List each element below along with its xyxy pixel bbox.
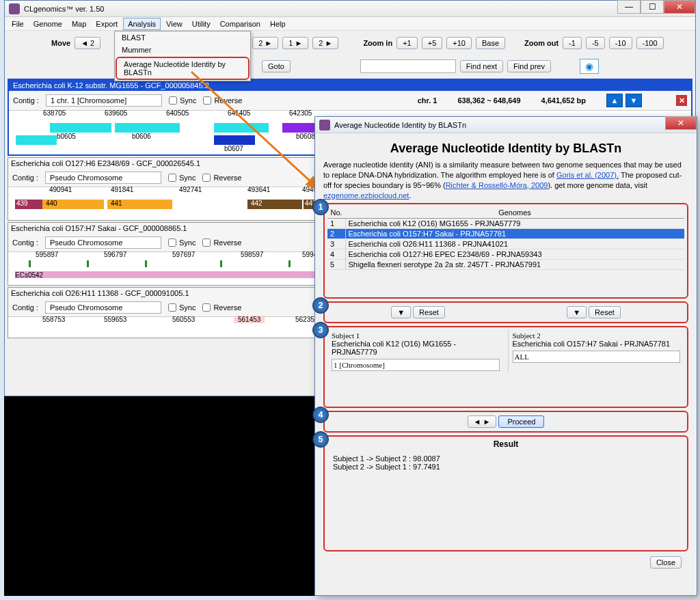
zoomin-5[interactable]: +5 [422,37,443,49]
gene-cyan-2[interactable] [50,123,111,133]
menu-comparison[interactable]: Comparison [216,18,265,29]
menu-utility[interactable]: Utility [188,18,215,29]
track-3-sync[interactable]: Sync [168,238,196,247]
result-body: Subject 1 -> Subject 2 : 98.0087 Subject… [327,449,684,538]
zoomout-10[interactable]: -10 [609,37,632,49]
dialog-title-bar: Average Nucleotide Identity by BLASTn ✕ [315,117,697,133]
screenshot-button[interactable]: ◉ [580,59,599,74]
down-2-button[interactable]: ▼ [567,306,587,318]
track-2-reverse[interactable]: Reverse [202,174,241,182]
step-2-badge: 2 [312,297,329,314]
move-btn-3[interactable]: 1 ► [282,37,308,49]
track-4-sync[interactable]: Sync [168,303,196,312]
subject-2-text: Escherichia coli O157:H7 Sakai - PRJNA57… [513,340,681,348]
proceed-button[interactable]: Proceed [498,415,544,428]
gene-cyan-3[interactable] [115,123,180,133]
subject-2-panel: Subject 2 Escherichia coli O157:H7 Sakai… [508,330,685,372]
find-prev-button[interactable]: Find prev [507,60,551,72]
find-next-button[interactable]: Find next [460,60,503,72]
gene-b0607[interactable] [214,135,255,145]
subject-2-combo[interactable]: ALL [513,351,681,363]
link-richter[interactable]: Richter & Rosselló-Móra, 2009 [446,181,548,189]
track-2-contig-combo[interactable]: Pseudo Chromosome [45,172,161,184]
track-1-contig-combo[interactable]: 1 chr. 1 [Chromosome] [46,94,162,107]
gene-cyan-4[interactable] [214,123,269,133]
track-3-reverse[interactable]: Reverse [202,238,241,247]
zoomout-5[interactable]: -5 [586,37,605,49]
down-1-button[interactable]: ▼ [391,306,411,318]
table-row: 1Escherichia coli K12 (O16) MG1655 - PRJ… [327,219,684,229]
menu-bar: File Genome Map Export Analysis View Uti… [5,17,695,31]
zoomin-1[interactable]: +1 [396,37,418,49]
step-3-badge: 3 [312,322,329,338]
reset-1-button[interactable]: Reset [413,306,445,318]
zoomout-100[interactable]: -100 [636,37,664,49]
dropdown-blast[interactable]: BLAST [115,31,250,44]
move-btn-2[interactable]: 2 ► [252,37,278,49]
analysis-dropdown: BLAST Mummer Average Nucleotide Identity… [114,31,251,81]
track-1-reverse[interactable]: Reverse [203,96,242,105]
track-4-contig-combo[interactable]: Pseudo Chromosome [45,301,161,314]
menu-file[interactable]: File [8,18,28,29]
close-button[interactable]: ✕ [664,0,695,14]
dropdown-mummer[interactable]: Mummer [115,44,250,56]
step-4-box: 4 ◄ ► Proceed [323,411,688,433]
zoomout-1[interactable]: -1 [563,37,582,49]
result-line-2: Subject 2 -> Subject 1 : 97.7491 [333,463,679,471]
dialog-close-x[interactable]: ✕ [665,116,697,130]
zoom-in-label: Zoom in [363,39,392,47]
genomes-table[interactable]: No.Genomes 1Escherichia coli K12 (O16) M… [327,207,684,270]
track-1-range: 638,362 ~ 648,649 [458,96,521,105]
toolbar-goto: Goto Find next Find prev ◉ [5,55,695,77]
subject-1-label: Subject 1 [332,331,500,340]
toolbar-move: Move ◄ 2 2 ► 1 ► 2 ► Zoom in +1 +5 +10 B… [5,31,695,55]
link-goris[interactable]: Goris et al. (2007). [556,171,619,179]
zoom-out-label: Zoom out [524,39,558,47]
find-input[interactable] [360,59,456,73]
table-row: 3Escherichia coli O26:H11 11368 - PRJNA4… [327,239,684,249]
link-ezgenome[interactable]: ezgenome.ezbiocloud.net [323,191,409,200]
gene-b0605[interactable] [16,135,57,145]
move-btn-0[interactable]: ◄ 2 [75,37,100,49]
result-label: Result [327,439,684,449]
dialog-close-button[interactable]: Close [650,556,682,569]
app-icon [9,3,20,14]
menu-view[interactable]: View [162,18,187,29]
maximize-button[interactable]: ☐ [641,0,664,14]
track-up-button[interactable]: ▲ [606,94,623,107]
zoomin-base[interactable]: Base [476,37,505,49]
window-controls: — ☐ ✕ [617,0,695,14]
track-down-button[interactable]: ▼ [625,94,642,107]
table-row: 2Escherichia coli O157:H7 Sakai - PRJNA5… [327,229,684,239]
zoomin-10[interactable]: +10 [446,37,472,49]
track-1-len: 4,641,652 bp [541,96,586,105]
table-row: 4Escherichia coli O127:H6 EPEC E2348/69 … [327,249,684,260]
step-2-box: 2 ▼ Reset ▼ Reset [323,301,688,323]
menu-genome[interactable]: Genome [29,18,66,29]
reset-2-button[interactable]: Reset [589,306,621,318]
menu-help[interactable]: Help [266,18,290,29]
track-3-contig-combo[interactable]: Pseudo Chromosome [45,236,161,249]
step-1-box: 1 No.Genomes 1Escherichia coli K12 (O16)… [323,203,688,299]
dialog-description: Average nucleotide identity (ANI) is a s… [323,160,688,200]
gene-ecs0542[interactable] [15,271,323,278]
track-close-button[interactable]: ✕ [676,95,687,106]
subject-1-panel: Subject 1 Escherichia coli K12 (O16) MG1… [327,330,504,372]
step-3-box: 3 Subject 1 Escherichia coli K12 (O16) M… [323,326,688,408]
menu-map[interactable]: Map [68,18,90,29]
app-title: CLgenomics™ ver. 1.50 [24,5,104,13]
subject-1-combo[interactable]: 1 [Chromosome] [332,359,500,371]
minimize-button[interactable]: — [617,0,641,14]
menu-export[interactable]: Export [92,18,122,29]
dropdown-ani[interactable]: Average Nucleotide Identity by BLASTn [116,57,250,80]
goto-button[interactable]: Goto [262,60,291,72]
menu-analysis[interactable]: Analysis [123,18,161,30]
subject-1-text: Escherichia coli K12 (O16) MG1655 - PRJN… [332,340,500,356]
track-2-sync[interactable]: Sync [168,174,196,182]
track-4-reverse[interactable]: Reverse [202,303,241,312]
track-1-title: Escherichia coli K-12 substr. MG1655 - G… [9,80,691,91]
track-1-sync[interactable]: Sync [169,96,196,105]
subject-2-label: Subject 2 [513,331,681,340]
swap-button[interactable]: ◄ ► [468,415,497,428]
move-btn-4[interactable]: 2 ► [312,37,338,49]
